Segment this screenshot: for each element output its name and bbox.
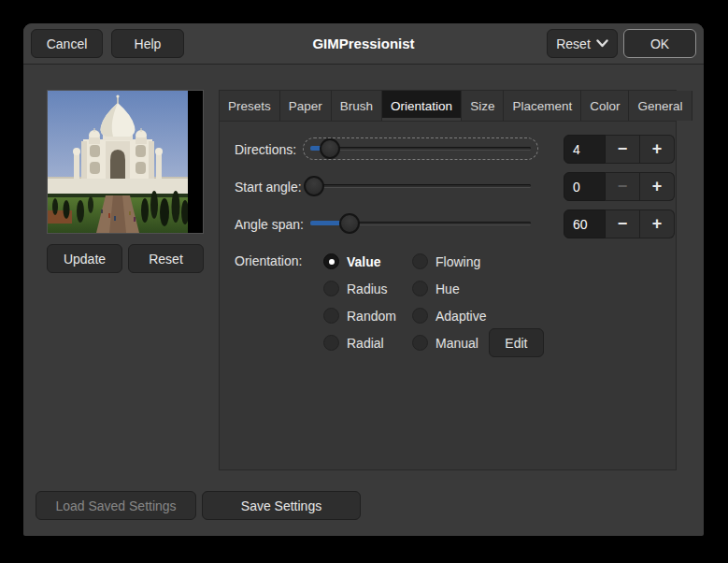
radio-button-icon (412, 281, 428, 296)
radio-button-icon (412, 253, 428, 269)
radio-button-icon (323, 335, 339, 351)
start-angle-label: Start angle: (235, 180, 302, 195)
angle-span-value-entry[interactable]: 60 (564, 209, 606, 238)
radio-random[interactable]: Random (323, 308, 412, 324)
directions-spinbutton: 4 − + (564, 135, 675, 164)
settings-notebook: Presets Paper Brush Orientation Size Pla… (219, 90, 677, 470)
orientation-radio-group: Value Flowing Radius Hue Random Adaptive (323, 248, 544, 356)
tab-placement[interactable]: Placement (504, 91, 581, 121)
tab-bar: Presets Paper Brush Orientation Size Pla… (220, 91, 676, 122)
orientation-label: Orientation: (235, 253, 302, 268)
preview-actions: Update Reset (47, 244, 204, 273)
slider-thumb[interactable] (304, 176, 324, 196)
angle-span-slider[interactable] (303, 212, 538, 235)
tab-color[interactable]: Color (581, 91, 629, 121)
taj-mahal-photo (48, 91, 188, 233)
radio-button-icon (323, 281, 339, 296)
directions-slider[interactable] (303, 137, 538, 160)
radio-adaptive[interactable]: Adaptive (412, 308, 544, 324)
radio-button-icon (412, 308, 428, 324)
tab-brush[interactable]: Brush (332, 91, 382, 121)
minus-icon[interactable]: − (606, 135, 640, 164)
start-angle-spinbutton: 0 − + (564, 172, 675, 201)
header-bar: Cancel Help GIMPressionist Reset OK (23, 23, 704, 65)
help-button[interactable]: Help (111, 29, 184, 58)
update-preview-button[interactable]: Update (47, 244, 122, 273)
start-angle-value-entry[interactable]: 0 (564, 172, 606, 201)
cancel-button[interactable]: Cancel (31, 29, 103, 58)
radio-radial[interactable]: Radial (323, 335, 412, 351)
load-saved-settings-button[interactable]: Load Saved Settings (36, 491, 196, 520)
tab-size[interactable]: Size (462, 91, 504, 121)
slider-thumb[interactable] (320, 138, 340, 159)
plus-icon[interactable]: + (640, 135, 675, 164)
tab-paper[interactable]: Paper (280, 91, 332, 121)
reset-menu-label: Reset (556, 36, 591, 51)
minus-icon[interactable]: − (606, 209, 640, 238)
radio-hue[interactable]: Hue (412, 281, 544, 296)
radio-manual[interactable]: Manual Edit (412, 328, 544, 358)
header-actions: Reset OK (547, 29, 696, 58)
preview-image (47, 90, 204, 234)
plus-icon[interactable]: + (640, 209, 675, 238)
angle-span-label: Angle span: (235, 217, 304, 232)
edit-button[interactable]: Edit (489, 328, 544, 357)
radio-flowing[interactable]: Flowing (412, 253, 544, 269)
angle-span-spinbutton: 60 − + (564, 209, 675, 238)
ok-button[interactable]: OK (623, 29, 696, 58)
directions-row: Directions: 4 − + (220, 135, 676, 164)
reset-menu-button[interactable]: Reset (547, 29, 618, 58)
start-angle-slider[interactable] (303, 175, 538, 197)
save-settings-button[interactable]: Save Settings (202, 491, 361, 520)
angle-span-row: Angle span: 60 − + (220, 209, 676, 238)
directions-label: Directions: (235, 142, 296, 157)
tab-presets[interactable]: Presets (220, 91, 280, 121)
radio-value[interactable]: Value (323, 253, 412, 269)
radio-button-icon (323, 253, 339, 269)
radio-button-icon (323, 308, 339, 324)
reset-preview-button[interactable]: Reset (128, 244, 204, 273)
gimpressionist-dialog: Cancel Help GIMPressionist Reset OK (23, 23, 704, 536)
chevron-down-icon (596, 39, 608, 48)
slider-thumb[interactable] (339, 213, 360, 234)
radio-radius[interactable]: Radius (323, 281, 412, 296)
tab-general[interactable]: General (629, 91, 692, 121)
radio-button-icon (412, 335, 428, 351)
plus-icon[interactable]: + (640, 172, 675, 201)
directions-value-entry[interactable]: 4 (564, 135, 606, 164)
slider-track (310, 184, 531, 187)
slider-track (310, 147, 531, 150)
minus-icon[interactable]: − (606, 172, 640, 201)
start-angle-row: Start angle: 0 − + (220, 172, 676, 201)
tab-orientation[interactable]: Orientation (382, 91, 462, 121)
